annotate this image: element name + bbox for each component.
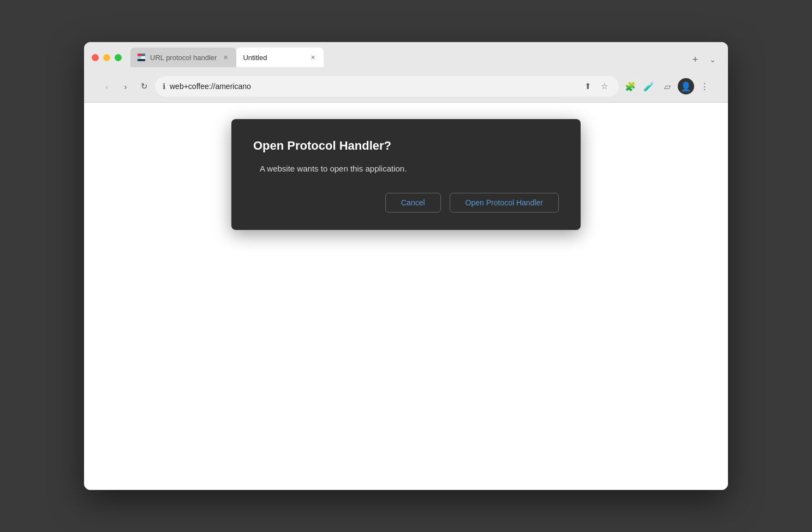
sidebar-button[interactable]: ▱ bbox=[659, 78, 676, 94]
tab-list-button[interactable]: ⌄ bbox=[705, 52, 720, 67]
sidebar-icon: ▱ bbox=[664, 81, 671, 92]
dialog-body: A website wants to open this application… bbox=[253, 164, 559, 173]
tab-title-1: URL protocol handler bbox=[150, 54, 217, 62]
extensions-button[interactable]: 🧩 bbox=[622, 78, 638, 94]
svg-rect-4 bbox=[138, 59, 145, 61]
tab-close-1[interactable]: ✕ bbox=[221, 53, 230, 62]
profile-button[interactable]: 👤 bbox=[678, 78, 694, 94]
toolbar-icons: 🧩 🧪 ▱ 👤 ⋮ bbox=[622, 78, 713, 94]
lab-icon: 🧪 bbox=[643, 81, 654, 92]
tab-favicon-1 bbox=[137, 53, 146, 62]
tab-title-2: Untitled bbox=[243, 54, 304, 62]
address-bar[interactable]: ℹ ⬆ ☆ bbox=[155, 76, 619, 97]
bookmark-button[interactable]: ☆ bbox=[597, 79, 611, 93]
address-actions: ⬆ ☆ bbox=[581, 79, 611, 93]
maximize-button[interactable] bbox=[115, 54, 122, 61]
share-icon: ⬆ bbox=[584, 81, 592, 91]
tab-close-2[interactable]: ✕ bbox=[308, 53, 317, 62]
star-icon: ☆ bbox=[601, 81, 608, 91]
more-icon: ⋮ bbox=[700, 81, 709, 92]
new-tab-button[interactable]: + bbox=[688, 52, 703, 67]
browser-content: Open Protocol Handler? A website wants t… bbox=[84, 103, 728, 490]
title-bar: URL protocol handler ✕ Untitled ✕ + ⌄ ‹ … bbox=[84, 42, 728, 103]
profile-icon: 👤 bbox=[680, 81, 691, 92]
browser-window: URL protocol handler ✕ Untitled ✕ + ⌄ ‹ … bbox=[84, 42, 728, 490]
extensions-icon: 🧩 bbox=[625, 81, 636, 92]
address-bar-row: ‹ › ↻ ℹ ⬆ ☆ bbox=[92, 72, 720, 102]
tab-untitled[interactable]: Untitled ✕ bbox=[236, 48, 324, 67]
labs-button[interactable]: 🧪 bbox=[641, 78, 657, 94]
protocol-handler-dialog: Open Protocol Handler? A website wants t… bbox=[231, 119, 581, 230]
window-controls bbox=[92, 54, 122, 61]
dialog-buttons: Cancel Open Protocol Handler bbox=[253, 193, 559, 212]
title-bar-top: URL protocol handler ✕ Untitled ✕ + ⌄ bbox=[92, 48, 720, 67]
svg-rect-1 bbox=[141, 54, 145, 56]
tabs-row: URL protocol handler ✕ Untitled ✕ + ⌄ bbox=[130, 48, 720, 67]
back-button[interactable]: ‹ bbox=[99, 79, 115, 94]
forward-icon: › bbox=[124, 82, 127, 91]
minimize-button[interactable] bbox=[103, 54, 110, 61]
open-protocol-button[interactable]: Open Protocol Handler bbox=[450, 193, 559, 212]
url-input[interactable] bbox=[170, 82, 576, 91]
reload-icon: ↻ bbox=[141, 81, 148, 91]
reload-button[interactable]: ↻ bbox=[136, 79, 152, 94]
back-icon: ‹ bbox=[106, 82, 109, 91]
dialog-title: Open Protocol Handler? bbox=[253, 139, 559, 153]
svg-rect-0 bbox=[138, 54, 141, 56]
cancel-button[interactable]: Cancel bbox=[385, 193, 441, 212]
share-button[interactable]: ⬆ bbox=[581, 79, 595, 93]
more-button[interactable]: ⋮ bbox=[696, 78, 713, 94]
tab-url-handler[interactable]: URL protocol handler ✕ bbox=[130, 48, 236, 67]
forward-button[interactable]: › bbox=[118, 79, 133, 94]
close-button[interactable] bbox=[92, 54, 99, 61]
info-icon: ℹ bbox=[163, 82, 165, 91]
dialog-overlay: Open Protocol Handler? A website wants t… bbox=[84, 103, 728, 490]
svg-rect-2 bbox=[138, 56, 141, 59]
svg-rect-3 bbox=[141, 56, 145, 59]
